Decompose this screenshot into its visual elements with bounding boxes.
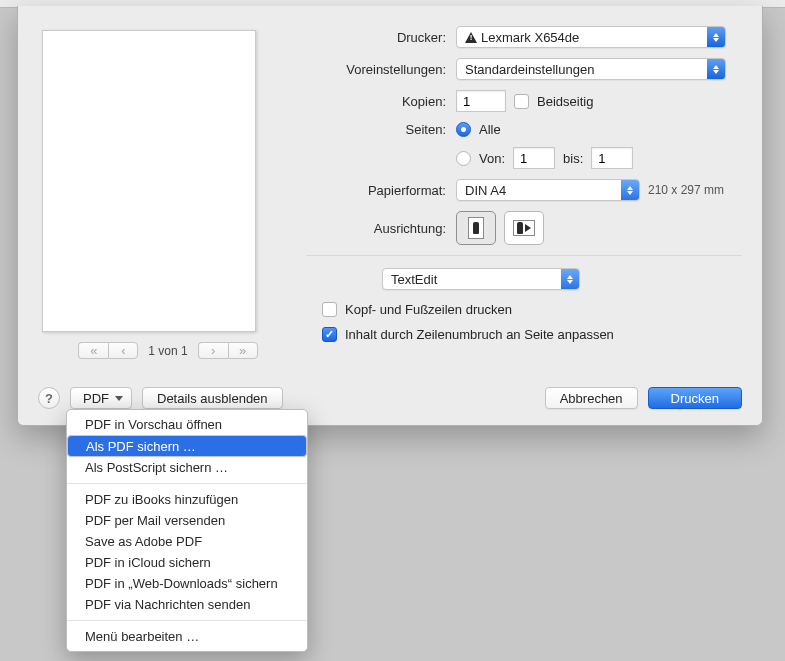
pdf-menu-save-as-postscript[interactable]: Als PostScript sichern …	[67, 457, 307, 478]
menu-separator	[67, 483, 307, 484]
pdf-menu-open-preview[interactable]: PDF in Vorschau öffnen	[67, 414, 307, 435]
pages-all-label: Alle	[479, 122, 501, 137]
pdf-menu-save-adobe[interactable]: Save as Adobe PDF	[67, 531, 307, 552]
pager-label: 1 von 1	[148, 344, 187, 358]
chevron-updown-icon	[707, 27, 725, 47]
pages-range-radio[interactable]	[456, 151, 471, 166]
papersize-select[interactable]: DIN A4	[456, 179, 640, 201]
pdf-menu-label: PDF	[83, 391, 109, 406]
papersize-value: DIN A4	[457, 183, 621, 198]
cancel-button[interactable]: Abbrechen	[545, 387, 638, 409]
page-pager: « ‹ 1 von 1 › »	[38, 342, 298, 359]
help-button[interactable]: ?	[38, 387, 60, 409]
section-select[interactable]: TextEdit	[382, 268, 580, 290]
pages-from-label: Von:	[479, 151, 505, 166]
pager-first-button[interactable]: «	[78, 342, 108, 359]
pager-last-button[interactable]: »	[228, 342, 258, 359]
arrow-right-icon	[525, 224, 531, 232]
papersize-label: Papierformat:	[306, 183, 456, 198]
pdf-menu-add-to-ibooks[interactable]: PDF zu iBooks hinzufügen	[67, 489, 307, 510]
orientation-portrait-button[interactable]	[456, 211, 496, 245]
page-preview	[42, 30, 256, 332]
pages-to-input[interactable]	[591, 147, 633, 169]
pager-prev-button[interactable]: ‹	[108, 342, 138, 359]
presets-select[interactable]: Standardeinstellungen	[456, 58, 726, 80]
person-icon	[473, 222, 479, 234]
pages-all-radio[interactable]	[456, 122, 471, 137]
menu-separator	[67, 620, 307, 621]
pdf-menu-save-webdownloads[interactable]: PDF in „Web-Downloads“ sichern	[67, 573, 307, 594]
header-footer-checkbox[interactable]	[322, 302, 337, 317]
hide-details-button[interactable]: Details ausblenden	[142, 387, 283, 409]
warning-icon	[465, 32, 477, 43]
rewrap-checkbox[interactable]	[322, 327, 337, 342]
printer-label: Drucker:	[306, 30, 456, 45]
separator	[306, 255, 742, 256]
pdf-menu-save-as-pdf[interactable]: Als PDF sichern …	[67, 435, 307, 457]
two-sided-label: Beidseitig	[537, 94, 593, 109]
pdf-menu-send-mail[interactable]: PDF per Mail versenden	[67, 510, 307, 531]
person-icon	[517, 222, 523, 234]
pages-to-label: bis:	[563, 151, 583, 166]
header-footer-label: Kopf- und Fußzeilen drucken	[345, 302, 512, 317]
copies-input[interactable]	[456, 90, 506, 112]
presets-select-value: Standardeinstellungen	[457, 62, 707, 77]
printer-select[interactable]: Lexmark X654de	[456, 26, 726, 48]
pages-from-input[interactable]	[513, 147, 555, 169]
pdf-menu-send-messages[interactable]: PDF via Nachrichten senden	[67, 594, 307, 615]
pdf-menu-save-icloud[interactable]: PDF in iCloud sichern	[67, 552, 307, 573]
print-dialog: « ‹ 1 von 1 › » Drucker: Lexmark X654de	[17, 6, 763, 426]
chevron-down-icon	[115, 396, 123, 401]
pdf-menu-button[interactable]: PDF	[70, 387, 132, 409]
orientation-label: Ausrichtung:	[306, 221, 456, 236]
rewrap-label: Inhalt durch Zeilenumbruch an Seite anpa…	[345, 327, 614, 342]
section-select-value: TextEdit	[383, 272, 561, 287]
print-button[interactable]: Drucken	[648, 387, 742, 409]
chevron-updown-icon	[707, 59, 725, 79]
two-sided-checkbox[interactable]	[514, 94, 529, 109]
chevron-updown-icon	[561, 269, 579, 289]
pager-next-button[interactable]: ›	[198, 342, 228, 359]
printer-select-value: Lexmark X654de	[481, 30, 579, 45]
orientation-landscape-button[interactable]	[504, 211, 544, 245]
pdf-menu-edit-menu[interactable]: Menü bearbeiten …	[67, 626, 307, 647]
copies-label: Kopien:	[306, 94, 456, 109]
presets-label: Voreinstellungen:	[306, 62, 456, 77]
pdf-dropdown-menu: PDF in Vorschau öffnen Als PDF sichern ……	[66, 409, 308, 652]
pages-label: Seiten:	[306, 122, 456, 137]
chevron-updown-icon	[621, 180, 639, 200]
paper-dimensions: 210 x 297 mm	[648, 183, 724, 197]
